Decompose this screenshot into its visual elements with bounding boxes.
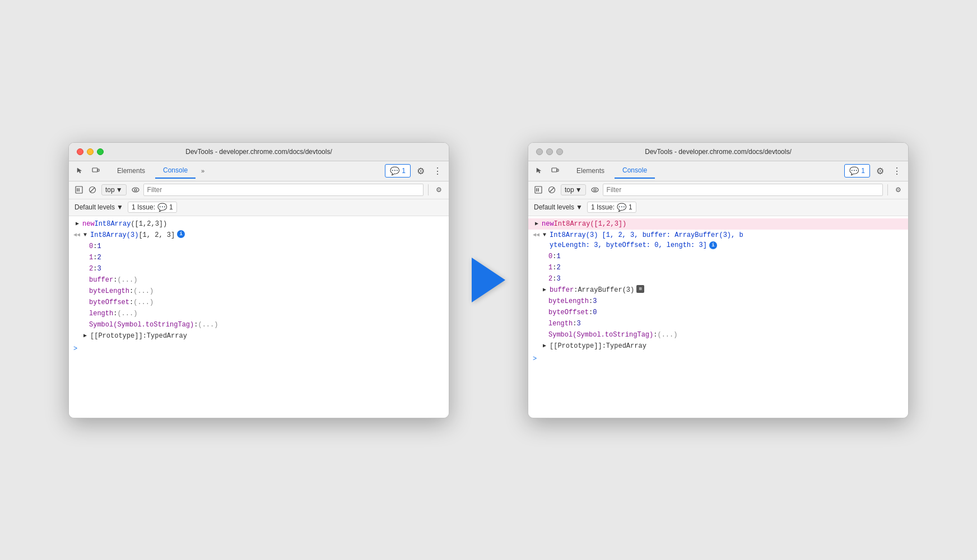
right-settings-icon[interactable]: ⚙ [873,164,887,178]
left-issue-label: 1 Issue: [132,203,155,211]
right-item-1: 1 : 2 [528,262,908,273]
left-byteOffset-val: (...) [133,297,153,307]
svg-point-7 [132,188,139,192]
right-sep-0: : [552,251,556,262]
left-proto-sep: : [143,331,147,341]
right-more-icon[interactable]: ⋮ [890,164,904,178]
right-tab-elements[interactable]: Elements [569,164,612,178]
right-info-icon[interactable]: i [709,241,717,249]
left-tab-bar-right: 💬 1 ⚙ ⋮ [385,164,444,178]
left-sep-1: : [93,253,97,263]
left-settings-console-icon[interactable]: ⚙ [433,184,444,195]
right-prop-length: length : 3 [528,318,908,329]
left-info-icon[interactable]: i [177,230,185,238]
right-issue-badge[interactable]: 1 Issue: 💬 1 [587,202,636,213]
left-traffic-lights [77,148,104,155]
left-length-label: length [89,309,113,319]
right-device-icon[interactable] [548,164,562,178]
left-proto-label: [[Prototype]] [90,331,143,341]
right-default-levels-btn[interactable]: Default levels ▼ [534,203,583,211]
right-tab-icons [533,164,562,178]
right-filter-input[interactable] [603,184,883,196]
left-length-sep: : [113,309,117,319]
right-console-toolbar: top ▼ ⚙ [528,181,908,199]
right-block-icon[interactable] [546,184,557,195]
right-length-sep: : [573,319,576,329]
left-top-selector[interactable]: top ▼ [101,184,127,195]
right-symbol-val: (...) [657,330,677,340]
right-title-bar: DevTools - developer.chrome.com/docs/dev… [528,143,908,161]
left-badge-button[interactable]: 💬 1 [385,164,411,178]
left-minimize-button[interactable] [87,148,94,155]
left-close-button[interactable] [77,148,83,155]
right-top-chevron: ▼ [575,186,582,194]
left-console-content: new Int8Array ([1,2,3]) ◀ ▼ Int8Array(3)… [69,216,449,418]
right-result-line2: yteLength: 3, byteOffset: 0, length: 3] [550,240,707,250]
right-expand-proto[interactable] [541,341,548,351]
left-prompt[interactable]: > [69,342,449,356]
left-buffer-label: buffer [89,275,113,285]
right-close-button[interactable] [536,148,543,155]
left-expand-result[interactable]: ▼ [81,230,89,240]
right-top-label: top [565,186,574,194]
scene: DevTools - developer.chrome.com/docs/dev… [46,120,931,441]
left-result-class: Int8Array(3) [90,230,138,240]
left-symbol-sep: : [194,320,198,330]
left-key-0: 0 [89,241,93,251]
right-item-2: 2 : 3 [528,273,908,284]
right-default-levels-chevron: ▼ [576,203,583,211]
right-byteLength-val: 3 [593,296,597,306]
left-devtools-window: DevTools - developer.chrome.com/docs/dev… [68,142,449,418]
right-expand-new[interactable] [533,219,541,229]
left-eye-icon[interactable] [130,184,141,195]
right-run-icon[interactable] [533,184,544,195]
right-cursor-icon[interactable] [533,164,546,178]
left-tab-elements[interactable]: Elements [109,164,153,178]
right-eye-icon[interactable] [589,184,601,195]
right-grid-icon[interactable]: ⊞ [636,285,644,293]
left-expand-new[interactable] [73,219,81,229]
right-length-val: 3 [576,319,580,329]
left-proto-val: TypedArray [147,331,187,341]
left-run-icon[interactable] [73,184,85,195]
left-settings-icon[interactable]: ⚙ [414,164,427,178]
right-badge-button[interactable]: 💬 1 [844,164,870,178]
right-prop-byteLength: byteLength : 3 [528,296,908,307]
right-default-levels-label: Default levels [534,203,574,211]
right-expand-buffer[interactable] [541,285,548,295]
left-expand-proto[interactable] [81,331,89,341]
left-prop-length: length : (...) [69,308,449,319]
left-item-0: 0 : 1 [69,241,449,252]
right-badge-count: 1 [861,167,865,175]
left-tab-more[interactable]: » [198,165,208,176]
left-cursor-icon[interactable] [73,164,87,178]
left-val-2: 3 [97,264,101,274]
svg-line-6 [90,188,95,192]
right-byteOffset-label: byteOffset [548,307,589,318]
left-tab-icons [73,164,103,178]
right-minimize-button[interactable] [546,148,553,155]
left-byteOffset-sep: : [129,297,133,307]
right-top-selector[interactable]: top ▼ [561,184,586,195]
left-more-icon[interactable]: ⋮ [431,164,444,178]
left-device-icon[interactable] [89,164,103,178]
left-prop-symbol: Symbol(Symbol.toStringTag) : (...) [69,319,449,330]
right-expand-result[interactable]: ▼ [541,230,548,240]
right-prop-symbol: Symbol(Symbol.toStringTag) : (...) [528,329,908,340]
right-maximize-button[interactable] [556,148,563,155]
right-int8array-args: ([1,2,3]) [590,219,626,229]
left-length-val: (...) [117,309,137,319]
left-byteLength-sep: : [129,286,133,296]
left-tab-console[interactable]: Console [155,163,196,179]
right-devtools-window: DevTools - developer.chrome.com/docs/dev… [528,142,909,418]
left-default-levels-btn[interactable]: Default levels ▼ [75,203,123,211]
left-filter-input[interactable] [143,184,424,196]
right-byteLength-sep: : [589,296,593,306]
left-block-icon[interactable] [87,184,98,195]
right-prompt[interactable]: > [528,352,908,366]
left-maximize-button[interactable] [97,148,104,155]
left-issue-count: 1 [169,203,173,211]
left-issue-badge[interactable]: 1 Issue: 💬 1 [128,202,177,213]
right-tab-console[interactable]: Console [615,163,655,179]
right-settings-console-icon[interactable]: ⚙ [892,184,904,195]
